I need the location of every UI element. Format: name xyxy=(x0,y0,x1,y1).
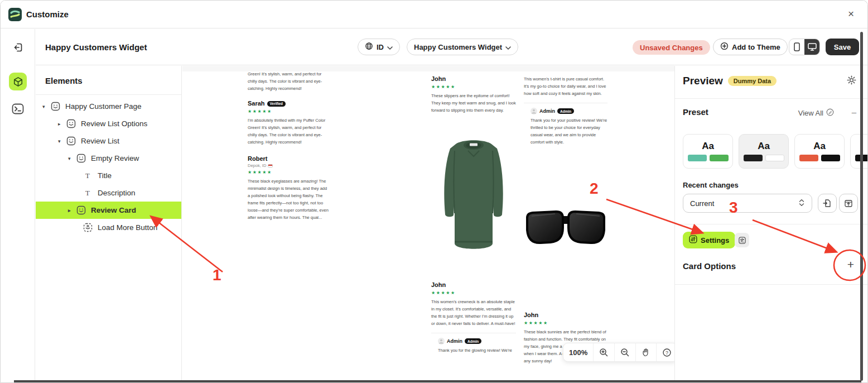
color-swatch xyxy=(710,155,729,161)
reviewer-name-text: Sarah xyxy=(248,100,265,107)
translate-tab-icon[interactable] xyxy=(735,233,749,247)
tab-settings[interactable]: Settings xyxy=(683,232,735,248)
divider xyxy=(431,333,516,333)
divider xyxy=(675,224,868,224)
tree-item-label: Title xyxy=(98,171,112,180)
tree-item-review-list-options[interactable]: ▸Review List Options xyxy=(36,115,181,132)
zoom-in-icon[interactable] xyxy=(594,343,615,361)
view-all-label: View All xyxy=(798,109,823,117)
sweater-image xyxy=(431,132,516,267)
zoom-level: 100% xyxy=(563,343,594,361)
tree-item-review-list[interactable]: ▾Review List xyxy=(36,132,181,150)
verified-badge: Verified xyxy=(267,101,286,107)
caret-down-icon[interactable]: ▾ xyxy=(58,138,66,144)
reviewer-name-text: Robert xyxy=(248,155,267,162)
edit-pencil-icon xyxy=(826,108,834,118)
admin-reply-text: Thank you for the glowing review! We're xyxy=(438,347,516,354)
tree-item-load-more-button[interactable]: Load More Button xyxy=(36,219,181,236)
sunglasses-image xyxy=(524,209,607,255)
gear-icon[interactable] xyxy=(847,75,856,87)
widget-icon xyxy=(76,154,86,164)
elements-tab-icon[interactable] xyxy=(9,73,27,90)
preset-card-1[interactable]: Aa xyxy=(683,134,733,169)
locale-dropdown[interactable]: ID xyxy=(358,39,400,55)
add-to-theme-button[interactable]: Add to Theme xyxy=(713,39,788,55)
admin-badge: Admin xyxy=(557,108,574,114)
recent-changes-select[interactable]: Current xyxy=(683,194,812,213)
preset-swatches xyxy=(799,155,840,161)
admin-reply: AdminAdminThank you for the glowing revi… xyxy=(431,333,516,354)
preset-sample-text: Aa xyxy=(813,141,826,151)
zoom-out-icon[interactable] xyxy=(615,343,636,361)
color-swatch xyxy=(799,155,818,161)
desktop-preview-icon[interactable] xyxy=(804,39,819,55)
tree-item-label: Review List Options xyxy=(81,119,147,128)
caret-right-icon[interactable]: ▸ xyxy=(58,121,66,127)
tree-item-title[interactable]: TTitle xyxy=(36,167,181,184)
plus-circle-icon xyxy=(720,42,729,52)
color-swatch xyxy=(765,155,784,161)
close-icon[interactable]: × xyxy=(848,8,854,20)
tree-item-description[interactable]: TDescription xyxy=(36,184,181,202)
reviewer-name-text: John xyxy=(431,281,446,289)
admin-name: Admin xyxy=(447,338,462,344)
caret-right-icon[interactable]: ▸ xyxy=(68,208,76,213)
star-rating: ★★★★★ xyxy=(431,290,516,296)
preset-card-2[interactable]: Aa xyxy=(739,134,789,169)
card-options-label: Card Options xyxy=(683,261,736,271)
tree-item-label: Description xyxy=(98,189,136,197)
reviewer-name-text: John xyxy=(524,312,538,319)
color-swatch xyxy=(744,155,763,161)
tree-item-empty-review[interactable]: ▾Empty Review xyxy=(36,150,181,167)
save-button[interactable]: Save xyxy=(826,39,859,55)
star-rating: ★★★★★ xyxy=(524,320,607,326)
import-preset-button[interactable] xyxy=(818,194,837,213)
widget-icon xyxy=(76,205,86,216)
review-text: These black eyeglasses are amazing! The … xyxy=(248,178,330,221)
tree-item-label: Review List xyxy=(81,137,119,145)
admin-reply: AdminAdminThank you for your positive re… xyxy=(524,103,607,146)
widget-select-value: Happy Customers Widget xyxy=(414,43,502,51)
color-swatch xyxy=(688,155,707,161)
pan-hand-icon[interactable] xyxy=(636,343,657,361)
tree-item-review-card[interactable]: ▸Review Card xyxy=(36,202,181,219)
caret-down-icon[interactable]: ▾ xyxy=(42,104,50,109)
admin-reply-header: AdminAdmin xyxy=(524,108,607,114)
view-all-link[interactable]: View All xyxy=(798,108,834,118)
review-card: RobertDepok, ID★★★★★These black eyeglass… xyxy=(248,155,330,221)
caret-down-icon[interactable]: ▾ xyxy=(68,156,76,161)
help-icon[interactable]: ? xyxy=(657,343,674,361)
locale-value: ID xyxy=(377,43,384,51)
reviewer-location-text: Depok, ID xyxy=(248,163,266,168)
preset-card-4[interactable]: Aa xyxy=(850,134,868,169)
preview-panel-title: Preview xyxy=(683,75,723,87)
console-tab-icon[interactable] xyxy=(11,102,25,116)
review-text: These slippers are the epitome of comfor… xyxy=(431,92,516,114)
widget-icon xyxy=(66,136,76,146)
widget-icon xyxy=(66,119,76,129)
collapse-section-icon[interactable]: – xyxy=(852,107,856,117)
widget-select-dropdown[interactable]: Happy Customers Widget xyxy=(407,39,518,55)
reviewer-location: Depok, ID xyxy=(248,163,330,168)
titlebar: Customize × xyxy=(1,1,867,28)
reviewer-name: SarahVerified xyxy=(248,100,330,107)
add-card-option-button[interactable]: + xyxy=(843,257,859,272)
tree-item-happy-customer-page[interactable]: ▾Happy Customer Page xyxy=(36,98,181,115)
exit-editor-icon[interactable] xyxy=(12,41,24,54)
review-text: Green! It's stylish, warm, and perfect f… xyxy=(248,70,330,92)
reviewer-name: John xyxy=(431,75,516,83)
dummy-data-badge: Dummy Data xyxy=(728,76,777,86)
preset-card-3[interactable]: Aa xyxy=(794,134,845,169)
mobile-preview-icon[interactable] xyxy=(789,39,804,55)
select-chevrons-icon xyxy=(798,199,805,208)
review-column-3: This women's t-shirt is pure casual comf… xyxy=(524,73,607,365)
reviewer-name-text: John xyxy=(431,75,446,83)
window-edge xyxy=(14,380,861,383)
review-card: Green! It's stylish, warm, and perfect f… xyxy=(248,70,330,92)
review-text: I'm absolutely thrilled with my Puffer C… xyxy=(248,117,330,146)
tree-item-label: Review Card xyxy=(91,206,136,214)
review-text: This women's crewneck is an absolute sta… xyxy=(431,298,516,327)
export-preset-button[interactable] xyxy=(839,194,858,213)
device-preview-toggle[interactable] xyxy=(789,39,820,55)
chevron-down-icon xyxy=(505,43,511,51)
